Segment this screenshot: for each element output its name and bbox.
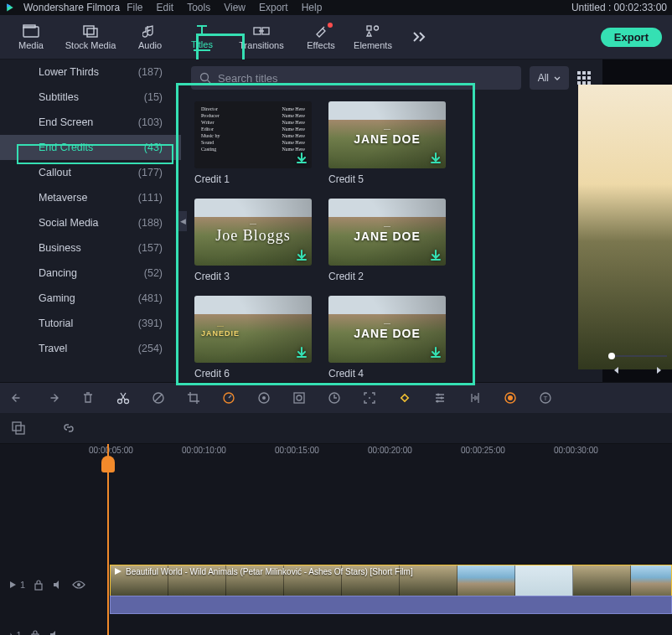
delete-button[interactable] — [80, 390, 96, 405]
menu-help[interactable]: Help — [302, 2, 323, 13]
title-card[interactable]: DirectorName HereProducerName HereWriter… — [194, 101, 320, 185]
video-track[interactable]: Beautiful World - Wild Animals (Petar Mi… — [107, 565, 672, 601]
visibility-icon[interactable] — [72, 580, 85, 590]
ruler-tick-label: 00:00:10:00 — [182, 446, 226, 455]
sidebar-item-social-media[interactable]: Social Media(188) — [0, 210, 181, 235]
sidebar-item-dancing[interactable]: Dancing(52) — [0, 261, 181, 286]
title-caption: Credit 2 — [328, 271, 454, 282]
menu-tools[interactable]: Tools — [187, 2, 210, 13]
svg-point-13 — [118, 400, 122, 404]
record-button[interactable] — [503, 390, 518, 405]
sidebar-item-end-screen[interactable]: End Screen(103) — [0, 110, 181, 135]
focus-button[interactable] — [362, 390, 377, 405]
svg-point-23 — [369, 397, 370, 399]
category-label: Social Media — [39, 217, 99, 229]
sidebar-item-travel[interactable]: Travel(254) — [0, 336, 181, 361]
sidebar-item-subtitles[interactable]: Subtitles(15) — [0, 85, 181, 110]
playhead[interactable] — [107, 444, 109, 635]
svg-point-21 — [297, 395, 302, 400]
svg-rect-2 — [23, 27, 39, 37]
preview-scrubber[interactable] — [608, 355, 667, 357]
color-button[interactable] — [256, 390, 271, 405]
download-icon[interactable] — [295, 346, 308, 359]
collapse-sidebar-button[interactable]: ◀ — [178, 211, 187, 231]
sidebar-item-callout[interactable]: Callout(177) — [0, 160, 181, 185]
mute-icon[interactable] — [49, 630, 60, 635]
scrubber-handle[interactable] — [608, 353, 615, 359]
timeline-ruler[interactable]: 00:00:05:0000:00:10:0000:00:15:0000:00:2… — [107, 444, 672, 461]
tab-effects[interactable]: Effects — [295, 15, 347, 59]
category-label: Gaming — [39, 292, 75, 304]
search-input[interactable]: Search titles — [191, 66, 521, 90]
download-icon[interactable] — [429, 249, 442, 262]
sidebar-item-lower-thirds[interactable]: Lower Thirds(187) — [0, 59, 181, 85]
title-card[interactable]: —Joe BloggsCredit 3 — [194, 199, 320, 282]
tool-extra-button[interactable]: T — [538, 390, 553, 405]
download-icon[interactable] — [295, 249, 308, 262]
split-button[interactable] — [116, 390, 131, 405]
keyframe-button[interactable] — [397, 390, 412, 405]
no-effect-icon[interactable] — [151, 390, 166, 405]
more-tabs-button[interactable] — [407, 15, 432, 59]
link-button[interactable] — [60, 420, 77, 436]
tab-transitions[interactable]: Transitions — [228, 15, 295, 59]
copy-button[interactable] — [10, 420, 27, 436]
mute-icon[interactable] — [52, 580, 64, 590]
export-button[interactable]: Export — [601, 28, 662, 47]
title-card[interactable]: —JANEDIECredit 6 — [194, 296, 320, 379]
sidebar-item-metaverse[interactable]: Metaverse(111) — [0, 185, 181, 210]
effects-icon — [313, 24, 329, 39]
next-frame-button[interactable] — [654, 364, 667, 377]
category-count: (43) — [144, 142, 163, 153]
title-caption: Credit 5 — [328, 173, 454, 185]
tab-audio[interactable]: Audio — [124, 15, 176, 59]
video-clip[interactable]: Beautiful World - Wild Animals (Petar Mi… — [110, 565, 672, 596]
sidebar-item-gaming[interactable]: Gaming(481) — [0, 286, 181, 311]
svg-point-11 — [201, 74, 209, 81]
menu-view[interactable]: View — [224, 2, 246, 13]
view-grid-button[interactable] — [577, 71, 591, 85]
project-title: Untitled : 00:02:33:00 — [571, 2, 667, 13]
title-card[interactable]: —JANE DOECredit 2 — [328, 199, 454, 282]
download-icon[interactable] — [295, 152, 308, 165]
audio-mixer-button[interactable] — [468, 390, 483, 405]
title-card[interactable]: —JANE DOECredit 4 — [328, 296, 454, 379]
green-screen-button[interactable] — [292, 390, 307, 405]
lock-icon[interactable] — [30, 629, 40, 635]
filter-dropdown[interactable]: All — [530, 66, 569, 90]
category-count: (52) — [144, 267, 163, 279]
sidebar-item-business[interactable]: Business(157) — [0, 235, 181, 261]
adjust-button[interactable] — [432, 390, 447, 405]
freeze-frame-button[interactable] — [327, 390, 342, 405]
menu-edit[interactable]: Edit — [157, 2, 174, 13]
redo-button[interactable] — [45, 390, 60, 405]
download-icon[interactable] — [429, 346, 442, 359]
titles-grid: DirectorName HereProducerName HereWriter… — [181, 96, 602, 382]
category-count: (103) — [138, 116, 163, 128]
tab-media[interactable]: Media — [5, 15, 57, 59]
tab-stock-media[interactable]: Stock Media — [57, 15, 124, 59]
menu-file[interactable]: File — [127, 2, 142, 13]
category-count: (187) — [138, 66, 163, 78]
download-icon[interactable] — [429, 152, 442, 165]
title-caption: Credit 1 — [194, 173, 320, 185]
undo-button[interactable] — [10, 390, 25, 405]
title-thumbnail: —Joe Bloggs — [194, 199, 312, 266]
speed-button[interactable] — [221, 390, 236, 405]
crop-button[interactable] — [186, 390, 201, 405]
audio-clip[interactable] — [110, 596, 672, 614]
tab-elements[interactable]: Elements — [347, 15, 399, 59]
menu-export[interactable]: Export — [259, 2, 288, 13]
tab-titles[interactable]: Titles — [176, 15, 228, 59]
sidebar-item-tutorial[interactable]: Tutorial(391) — [0, 311, 181, 336]
title-thumbnail: DirectorName HereProducerName HereWriter… — [194, 101, 312, 168]
timeline[interactable]: 00:00:05:0000:00:10:0000:00:15:0000:00:2… — [0, 444, 672, 635]
prev-frame-button[interactable] — [608, 364, 622, 377]
sidebar-item-end-credits[interactable]: End Credits(43) — [0, 135, 181, 160]
ruler-tick-label: 00:00:30:00 — [554, 446, 598, 455]
lock-icon[interactable] — [34, 579, 44, 591]
title-card[interactable]: —JANE DOECredit 5 — [328, 101, 454, 185]
playhead-handle[interactable] — [101, 456, 115, 472]
main-content: Lower Thirds(187)Subtitles(15)End Screen… — [0, 59, 672, 382]
svg-marker-10 — [367, 32, 371, 36]
